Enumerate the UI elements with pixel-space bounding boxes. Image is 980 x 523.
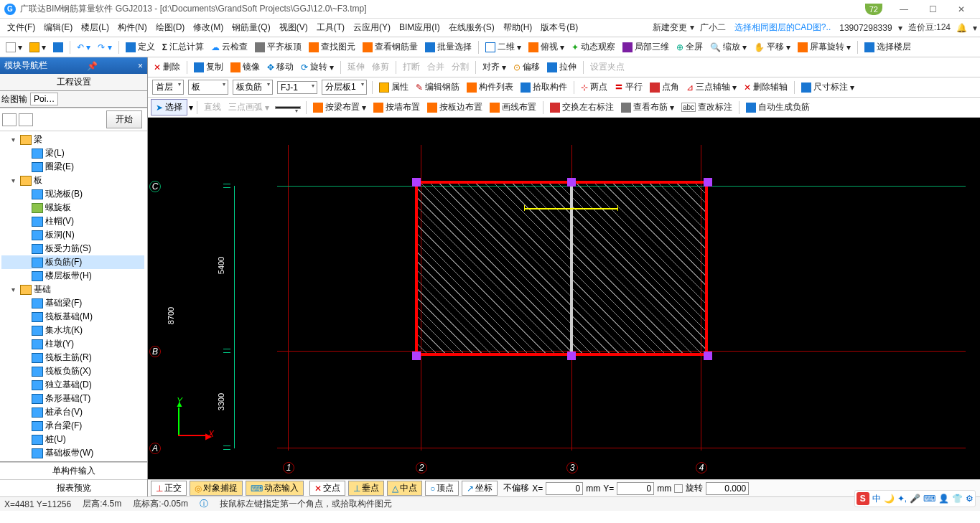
comp-list-button[interactable]: 构件列表 <box>464 80 516 95</box>
minimize-button[interactable]: — <box>890 4 918 14</box>
tab-draw-input[interactable]: 绘图输 <box>1 93 27 105</box>
tree-item[interactable]: 筏板主筋(R) <box>1 351 144 364</box>
maximize-button[interactable]: ☐ <box>918 4 947 14</box>
zoom-button[interactable]: 🔍缩放 ▾ <box>707 39 750 55</box>
offset-mode-combo[interactable]: 不偏移 <box>503 482 529 494</box>
tree-item[interactable]: 独立基础(D) <box>1 378 144 392</box>
trim-button[interactable]: 修剪 <box>369 60 392 75</box>
move-button[interactable]: ✥移动 <box>264 60 297 75</box>
tree-item[interactable]: 板负筋(F) <box>1 255 144 269</box>
y-input[interactable]: 0 <box>617 482 654 495</box>
by-wall-button[interactable]: 按墙布置 <box>370 100 423 115</box>
poi-box[interactable]: Poi… <box>30 93 58 105</box>
two-point-button[interactable]: ⊹两点 <box>578 80 610 95</box>
grip-bl[interactable] <box>412 352 421 360</box>
pin-icon[interactable]: 📌 <box>87 61 98 71</box>
fullscreen-button[interactable]: ⊕全屏 <box>673 39 706 55</box>
snap-perp[interactable]: ⊥垂点 <box>348 481 384 496</box>
find-elem-button[interactable]: 查找图元 <box>306 39 358 55</box>
snap-coord[interactable]: ↗坐标 <box>462 481 498 496</box>
menu-draw[interactable]: 绘图(D) <box>151 20 190 35</box>
select-floor-button[interactable]: 选择楼层 <box>862 39 914 55</box>
tab-report-preview[interactable]: 报表预览 <box>0 479 147 496</box>
auto-gen-button[interactable]: 自动生成负筋 <box>743 100 813 115</box>
tree-item[interactable]: 桩承台(V) <box>1 405 144 419</box>
close-button[interactable]: ✕ <box>947 4 976 14</box>
new-button[interactable]: ▾ <box>3 41 25 54</box>
tab-single-input[interactable]: 单构件输入 <box>0 462 147 479</box>
dyninput-toggle[interactable]: ⌨动态输入 <box>246 481 304 496</box>
menu-comp[interactable]: 构件(N) <box>113 20 151 35</box>
split-button[interactable]: 分割 <box>449 60 472 75</box>
category-combo[interactable]: 板 <box>188 80 228 95</box>
style-combo[interactable] <box>275 106 301 109</box>
offset-button[interactable]: ⊙偏移 <box>510 60 543 75</box>
menu-online[interactable]: 在线服务(S) <box>444 20 499 35</box>
parallel-button[interactable]: 〓平行 <box>612 80 645 95</box>
menu-help[interactable]: 帮助(H) <box>499 20 537 35</box>
show-rebar-button[interactable]: 查看钢筋量 <box>360 39 421 55</box>
panel-close-icon[interactable]: × <box>138 61 143 71</box>
slab-element[interactable] <box>415 181 708 356</box>
floor-combo[interactable]: 首层 <box>152 80 184 95</box>
tree-item[interactable]: 板受力筋(S) <box>1 242 144 255</box>
merge-button[interactable]: 合并 <box>424 60 447 75</box>
property-button[interactable]: 属性 <box>376 80 411 95</box>
tree-item[interactable]: 条形基础(T) <box>1 392 144 405</box>
tree-item[interactable]: 现浇板(B) <box>1 187 144 201</box>
menu-tool[interactable]: 工具(T) <box>312 20 349 35</box>
tree-item[interactable]: 桩(U) <box>1 433 144 446</box>
redo-button[interactable]: ↷ ▾ <box>95 41 114 54</box>
component-combo[interactable]: FJ-1 <box>277 81 317 94</box>
user-button[interactable]: 广小二 <box>700 22 726 34</box>
snap-top[interactable]: ○顶点 <box>425 481 459 496</box>
del-aux-button[interactable]: ✕删除辅轴 <box>741 80 790 95</box>
tree-item[interactable]: 梁(L) <box>1 146 144 160</box>
drawing-viewport[interactable]: C B A 1 2 3 4 8700 5400 3300 <box>148 118 980 479</box>
screen-rot-button[interactable]: 屏幕旋转 ▾ <box>795 39 854 55</box>
start-button[interactable]: 开始 <box>106 110 142 128</box>
view-layout-button[interactable]: 查看布筋 ▾ <box>618 100 677 115</box>
grip-button[interactable]: 设置夹点 <box>587 60 627 75</box>
icon-btn-2[interactable] <box>19 113 33 126</box>
break-button[interactable]: 打断 <box>400 60 423 75</box>
tab-project-settings[interactable]: 工程设置 <box>0 74 147 91</box>
menu-edit[interactable]: 编辑(E) <box>39 20 77 35</box>
rotate-button[interactable]: ⟳旋转 ▾ <box>298 60 337 75</box>
menu-version[interactable]: 版本号(B) <box>536 20 582 35</box>
delete-button[interactable]: ✕删除 <box>151 60 183 75</box>
pick-comp-button[interactable]: 拾取构件 <box>518 80 570 95</box>
three-aux-button[interactable]: ⊿三点辅轴 ▾ <box>683 80 739 95</box>
ime-toolbar[interactable]: S 中 🌙 ✦, 🎤 ⌨ 👤 👕 ⚙ <box>854 490 976 507</box>
cloud-check-button[interactable]: ☁ 云检查 <box>208 39 251 55</box>
menu-view[interactable]: 视图(V) <box>275 20 312 35</box>
tree-item[interactable]: 集水坑(K) <box>1 324 144 337</box>
tree-item[interactable]: 筏板负筋(X) <box>1 364 144 378</box>
edit-rebar-button[interactable]: ✎编辑钢筋 <box>413 80 462 95</box>
icon-btn-1[interactable] <box>2 113 17 126</box>
undo-button[interactable]: ↶ ▾ <box>74 41 93 54</box>
corner-button[interactable]: 点角 <box>647 80 682 95</box>
tree-item[interactable]: 筏板基础(M) <box>1 310 144 324</box>
line-tool-button[interactable]: 直线 <box>201 100 224 115</box>
extend-button[interactable]: 延伸 <box>345 60 368 75</box>
menu-cloud[interactable]: 云应用(Y) <box>349 20 395 35</box>
tree-item[interactable]: 基础板带(W) <box>1 446 144 460</box>
pan-button[interactable]: ✋平移 ▾ <box>751 39 793 55</box>
flat-top-button[interactable]: 平齐板顶 <box>252 39 304 55</box>
tree-item[interactable]: 柱墩(Y) <box>1 337 144 351</box>
by-beam-button[interactable]: 按梁布置 ▾ <box>310 100 369 115</box>
grip-tm[interactable] <box>567 178 576 187</box>
ortho-toggle[interactable]: ⊥正交 <box>151 481 187 496</box>
tree-item[interactable]: 承台梁(F) <box>1 419 144 433</box>
tree-item[interactable]: ▾梁 <box>1 133 144 146</box>
define-button[interactable]: 定义 <box>123 39 158 55</box>
2d-button[interactable]: 二维 ▾ <box>482 39 524 55</box>
grip-br[interactable] <box>704 352 712 360</box>
bell-icon[interactable]: 🔔 <box>956 23 967 33</box>
rotate-input[interactable]: 0.000 <box>706 482 749 495</box>
menu-file[interactable]: 文件(F) <box>3 20 39 35</box>
open-button[interactable]: ▾ <box>27 41 49 54</box>
align-button[interactable]: 对齐 ▾ <box>480 60 509 75</box>
osnap-toggle[interactable]: ◎对象捕捉 <box>190 481 243 496</box>
